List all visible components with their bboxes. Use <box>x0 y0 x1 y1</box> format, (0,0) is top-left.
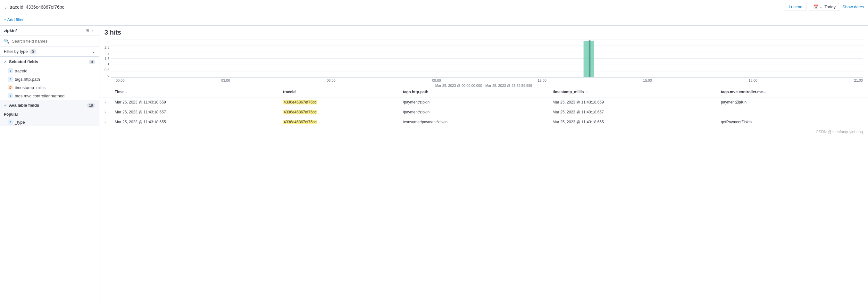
available-check-icon: ✓ <box>4 103 7 108</box>
selected-check-icon: ✓ <box>4 60 7 64</box>
sort-icon-time: ↓ <box>126 90 128 94</box>
cell-timestamp-3: Mar 25, 2023 @ 11:43:18.655 <box>549 117 717 127</box>
cell-time-2: Mar 25, 2023 @ 11:43:18.657 <box>111 107 279 117</box>
chart-area: 3 2.5 2 1.5 1 0.5 0 <box>99 39 868 87</box>
date-label: Today <box>825 4 836 9</box>
col-path[interactable]: tags.http.path <box>399 87 549 97</box>
col-expand <box>99 87 111 97</box>
search-field-input[interactable] <box>12 39 95 43</box>
filter-type-left: Filter by type 0 <box>4 49 36 54</box>
col-method[interactable]: tags.mvc.controller.me... <box>717 87 868 97</box>
main-content: 3 hits 3 2.5 2 1.5 1 0.5 0 <box>99 26 868 305</box>
x-label-0600: 06:00 <box>327 78 336 82</box>
col-time[interactable]: Time ↓ <box>111 87 279 97</box>
chart-container: 3 2.5 2 1.5 1 0.5 0 <box>104 39 863 84</box>
col-timestamp-label: timestamp_millis <box>553 90 584 94</box>
field-name-tags-http-path: tags.http.path <box>15 77 40 82</box>
table-body: › Mar 25, 2023 @ 11:43:18.659 4336e46867… <box>99 97 868 127</box>
field-item-traceid[interactable]: t traceId <box>0 67 99 75</box>
sort-icon-timestamp: ↓ <box>586 90 588 94</box>
filter-type-chevron: ⌄ <box>92 49 95 54</box>
field-name-type: _type <box>15 120 25 125</box>
cell-method-3: getPaymentZipkin <box>717 117 868 127</box>
hits-bar: 3 hits <box>99 26 868 39</box>
search-field-container: 🔍 <box>0 36 99 46</box>
svg-rect-8 <box>589 40 590 77</box>
expand-row-button-2[interactable]: › <box>103 109 107 115</box>
table-row: › Mar 25, 2023 @ 11:43:18.659 4336e46867… <box>99 97 868 107</box>
col-traceid[interactable]: traceId <box>279 87 399 97</box>
show-dates-button[interactable]: Show dates <box>842 4 864 9</box>
cell-path-2: /payment/zipkin <box>399 107 549 117</box>
selected-fields-title: Selected fields <box>9 59 38 64</box>
field-item-timestamp-millis[interactable]: ⏱ timestamp_millis <box>0 83 99 92</box>
selected-fields-count: 4 <box>89 60 95 64</box>
col-timestamp[interactable]: timestamp_millis ↓ <box>549 87 717 97</box>
field-type-icon-t2: t <box>8 76 13 82</box>
field-type-icon-t: t <box>8 68 13 73</box>
col-time-label: Time <box>115 90 124 94</box>
expand-row-button-3[interactable]: › <box>103 119 107 125</box>
col-method-label: tags.mvc.controller.me... <box>721 90 766 94</box>
highlight-traceid-3: 4336e46867ef76bc <box>283 120 317 124</box>
watermark: CSDN @csdnfanguyinheng <box>99 127 868 137</box>
table-header: Time ↓ traceId tags.http.path timestamp_… <box>99 87 868 97</box>
filter-type-label: Filter by type <box>4 49 28 54</box>
y-label-3: 3 <box>107 40 109 44</box>
table-row: › Mar 25, 2023 @ 11:43:18.655 4336e46867… <box>99 117 868 127</box>
date-picker-button[interactable]: 📅 ⌄ Today <box>810 3 839 11</box>
cell-method-2 <box>717 107 868 117</box>
available-fields-title: Available fields <box>9 103 39 108</box>
filter-by-type[interactable]: Filter by type 0 ⌄ <box>0 46 99 57</box>
x-label-1200: 12:00 <box>537 78 547 82</box>
field-item-tags-mvc[interactable]: t tags.mvc.controller.method <box>0 92 99 100</box>
add-filter-button[interactable]: + Add filter <box>4 17 24 22</box>
x-label-2100: 21:00 <box>854 78 863 82</box>
field-item-type[interactable]: t _type <box>0 118 99 126</box>
cell-path-1: /payment/zipkin <box>399 97 549 107</box>
y-label-1-5: 1.5 <box>104 57 109 61</box>
back-icon[interactable]: ← <box>91 28 95 33</box>
available-fields-header[interactable]: ✓ Available fields 18 <box>0 100 99 110</box>
table-row: › Mar 25, 2023 @ 11:43:18.657 4336e46867… <box>99 107 868 117</box>
highlight-traceid-2: 4336e46867ef76bc <box>283 110 317 114</box>
field-name-timestamp-millis: timestamp_millis <box>15 85 45 90</box>
expand-icon[interactable]: ⌄ <box>4 4 8 10</box>
chart-svg <box>111 39 863 78</box>
cell-time-3: Mar 25, 2023 @ 11:43:18.655 <box>111 117 279 127</box>
selected-fields-header[interactable]: ✓ Selected fields 4 <box>0 57 99 67</box>
grid-icon[interactable]: ⊞ <box>86 28 89 33</box>
highlight-traceid-1: 4336e46867ef76bc <box>283 100 317 104</box>
cell-traceid-2: 4336e46867ef76bc <box>279 107 399 117</box>
hits-count: 3 hits <box>104 29 121 36</box>
chart-x-axis: 00:00 03:00 06:00 09:00 12:00 15:00 18:0… <box>104 78 863 83</box>
col-traceid-label: traceId <box>283 90 296 94</box>
filter-type-count: 0 <box>30 49 36 54</box>
popular-label: Popular <box>0 110 99 118</box>
x-label-1800: 18:00 <box>748 78 757 82</box>
y-label-0-5: 0.5 <box>104 68 109 72</box>
index-selector[interactable]: zipkin* ⊞ ← <box>0 26 99 36</box>
sidebar-scroll: ✓ Selected fields 4 t traceId t tags.htt… <box>0 57 99 305</box>
y-label-0: 0 <box>107 73 109 77</box>
sidebar: zipkin* ⊞ ← 🔍 Filter by type 0 ⌄ ✓ <box>0 26 99 305</box>
cell-timestamp-1: Mar 25, 2023 @ 11:43:18.659 <box>549 97 717 107</box>
cell-traceid-3: 4336e46867ef76bc <box>279 117 399 127</box>
field-name-tags-mvc: tags.mvc.controller.method <box>15 94 64 98</box>
lucene-button[interactable]: Lucene <box>785 3 807 11</box>
field-item-tags-http-path[interactable]: t tags.http.path <box>0 75 99 83</box>
x-label-0300: 03:00 <box>221 78 230 82</box>
x-label-0900: 09:00 <box>432 78 441 82</box>
chart-y-axis: 3 2.5 2 1.5 1 0.5 0 <box>104 39 111 78</box>
cell-method-1: paymentZipKin <box>717 97 868 107</box>
table-container: Time ↓ traceId tags.http.path timestamp_… <box>99 87 868 305</box>
cell-time-1: Mar 25, 2023 @ 11:43:18.659 <box>111 97 279 107</box>
index-name: zipkin* <box>4 28 17 33</box>
x-label-1500: 15:00 <box>643 78 652 82</box>
available-fields-count: 18 <box>87 103 95 108</box>
expand-row-button-1[interactable]: › <box>103 99 107 105</box>
cell-timestamp-2: Mar 25, 2023 @ 11:43:18.657 <box>549 107 717 117</box>
query-text: traceId: 4336e46867ef76bc <box>10 4 64 10</box>
filter-bar: + Add filter <box>0 14 868 26</box>
available-fields-left: ✓ Available fields <box>4 103 39 108</box>
